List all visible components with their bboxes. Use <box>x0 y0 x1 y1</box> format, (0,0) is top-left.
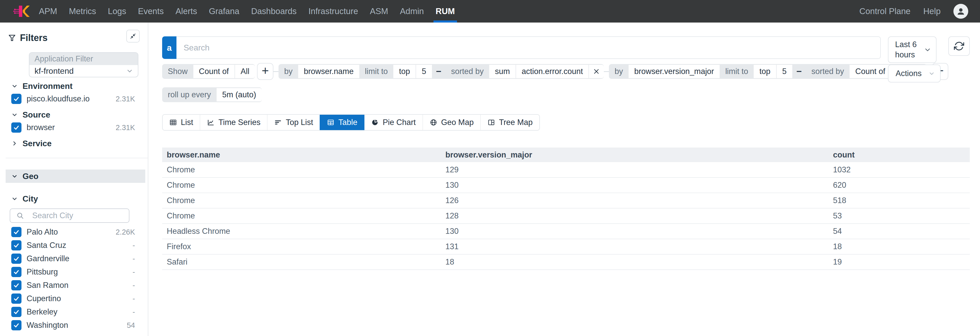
sort-field-select[interactable]: action.error.count <box>515 65 589 78</box>
city-item-count: - <box>132 268 135 276</box>
remove-group-button[interactable] <box>589 65 604 78</box>
city-item-label: Berkeley <box>27 307 127 317</box>
nav-item-alerts[interactable]: Alerts <box>173 0 199 22</box>
table-icon <box>327 118 334 126</box>
application-filter-select[interactable]: Application Filter kf-frontend <box>29 52 138 77</box>
nav-item-logs[interactable]: Logs <box>106 0 128 22</box>
city-item-label: Santa Cruz <box>27 241 127 250</box>
user-icon <box>956 6 966 16</box>
tab-list[interactable]: List <box>163 115 200 130</box>
show-value-select[interactable]: All <box>234 65 255 78</box>
nav-item-help[interactable]: Help <box>923 6 940 16</box>
group-by-field-select[interactable]: browser.version_major <box>628 65 720 78</box>
limit-mode-select[interactable]: top <box>754 65 776 78</box>
section-geo[interactable]: Geo <box>6 170 145 183</box>
section-source-label: Source <box>22 110 50 120</box>
decrement-limit-button[interactable]: − <box>432 64 445 79</box>
checkbox-browser[interactable] <box>11 122 21 133</box>
decrement-limit-button[interactable]: − <box>792 64 806 79</box>
section-environment-label: Environment <box>22 82 73 91</box>
city-item-label: Gardnerville <box>27 254 127 263</box>
nav-item-asm[interactable]: ASM <box>368 0 390 22</box>
environment-item-count: 2.31K <box>116 95 135 103</box>
checkbox-san-ramon[interactable] <box>11 280 21 290</box>
limit-mode-select[interactable]: top <box>393 65 415 78</box>
table-row[interactable]: Headless Chrome 130 54 <box>162 224 970 239</box>
by-label: by <box>609 64 628 79</box>
kloudfuse-logo-icon[interactable] <box>13 0 30 22</box>
filters-sidebar: Filters Application Filter kf-frontend E… <box>0 22 148 336</box>
table-row[interactable]: Chrome 126 518 <box>162 193 970 208</box>
sidebar-divider <box>6 158 148 158</box>
rollup-value-select[interactable]: 5m (auto) <box>216 88 262 101</box>
checkbox-santa-cruz[interactable] <box>11 240 21 250</box>
city-search-input[interactable] <box>10 208 129 223</box>
top-nav: APM Metrics Logs Events Alerts Grafana D… <box>0 0 980 22</box>
table-header-row: browser.name browser.version_major count <box>162 147 970 162</box>
city-item-count: - <box>132 254 135 263</box>
checkbox-pittsburg[interactable] <box>11 267 21 277</box>
section-environment[interactable]: Environment <box>11 80 148 92</box>
actions-dropdown[interactable]: Actions <box>888 64 940 82</box>
actions-label: Actions <box>896 69 922 78</box>
section-city[interactable]: City <box>11 193 148 204</box>
checkbox-pisco[interactable] <box>11 94 21 104</box>
table-row[interactable]: Firefox 131 18 <box>162 239 970 254</box>
refresh-button[interactable] <box>948 36 970 56</box>
sort-metric-select[interactable]: Count of <box>850 65 891 78</box>
user-avatar[interactable] <box>953 4 968 19</box>
sort-metric-select[interactable]: sum <box>489 65 515 78</box>
section-source[interactable]: Source <box>11 109 148 120</box>
section-service-label: Service <box>22 139 52 148</box>
nav-item-dashboards[interactable]: Dashboards <box>249 0 299 22</box>
source-item-count: 2.31K <box>116 123 135 132</box>
nav-item-infrastructure[interactable]: Infrastructure <box>306 0 360 22</box>
section-city-label: City <box>22 194 38 203</box>
tab-time-series[interactable]: Time Series <box>200 115 267 130</box>
checkbox-gardnerville[interactable] <box>11 254 21 264</box>
city-item: Cupertino - <box>11 292 135 305</box>
nav-item-events[interactable]: Events <box>136 0 166 22</box>
list-icon <box>169 118 177 126</box>
nav-item-control-plane[interactable]: Control Plane <box>859 6 910 16</box>
table-row[interactable]: Chrome 129 1032 <box>162 162 970 178</box>
add-query-button[interactable]: + <box>257 63 274 80</box>
column-header-count[interactable]: count <box>828 147 970 162</box>
nav-item-rum[interactable]: RUM <box>433 0 457 22</box>
filter-funnel-icon <box>8 34 16 42</box>
nav-item-apm[interactable]: APM <box>37 0 59 22</box>
city-item-label: San Ramon <box>27 281 127 290</box>
checkbox-cupertino[interactable] <box>11 293 21 304</box>
query-builder: Show Count of All + by browser.name limi… <box>162 62 881 81</box>
tab-pie-chart[interactable]: Pie Chart <box>364 115 422 130</box>
table-row[interactable]: Chrome 130 620 <box>162 178 970 193</box>
collapse-sidebar-button[interactable] <box>126 30 140 43</box>
column-header-browser-version[interactable]: browser.version_major <box>441 147 829 162</box>
nav-item-metrics[interactable]: Metrics <box>67 0 98 22</box>
time-range-select[interactable]: Last 6 hours <box>888 36 937 63</box>
section-service[interactable]: Service <box>11 138 148 149</box>
by-label: by <box>278 64 298 79</box>
limit-count-select[interactable]: 5 <box>415 65 432 78</box>
group-by-field-select[interactable]: browser.name <box>298 65 359 78</box>
table-row[interactable]: Safari 18 19 <box>162 254 970 270</box>
close-icon <box>593 68 600 75</box>
limit-count-select[interactable]: 5 <box>776 65 792 78</box>
table-row[interactable]: Chrome 128 53 <box>162 208 970 224</box>
checkbox-palo-alto[interactable] <box>11 227 21 237</box>
checkbox-washington[interactable] <box>11 320 21 330</box>
tab-tree-map[interactable]: Tree Map <box>480 115 539 130</box>
tree-map-icon <box>487 118 495 126</box>
nav-item-admin[interactable]: Admin <box>398 0 426 22</box>
tab-geo-map[interactable]: Geo Map <box>423 115 480 130</box>
tab-table[interactable]: Table <box>320 115 364 130</box>
checkbox-berkeley[interactable] <box>11 307 21 317</box>
search-input[interactable] <box>177 36 881 59</box>
show-metric-select[interactable]: Count of <box>193 65 234 78</box>
search-scope-badge[interactable]: a <box>162 36 177 59</box>
city-item-label: Washington <box>27 321 122 330</box>
nav-item-grafana[interactable]: Grafana <box>207 0 242 22</box>
tab-top-list[interactable]: Top List <box>267 115 320 130</box>
environment-item: pisco.kloudfuse.io 2.31K <box>11 92 135 106</box>
column-header-browser-name[interactable]: browser.name <box>162 147 441 162</box>
